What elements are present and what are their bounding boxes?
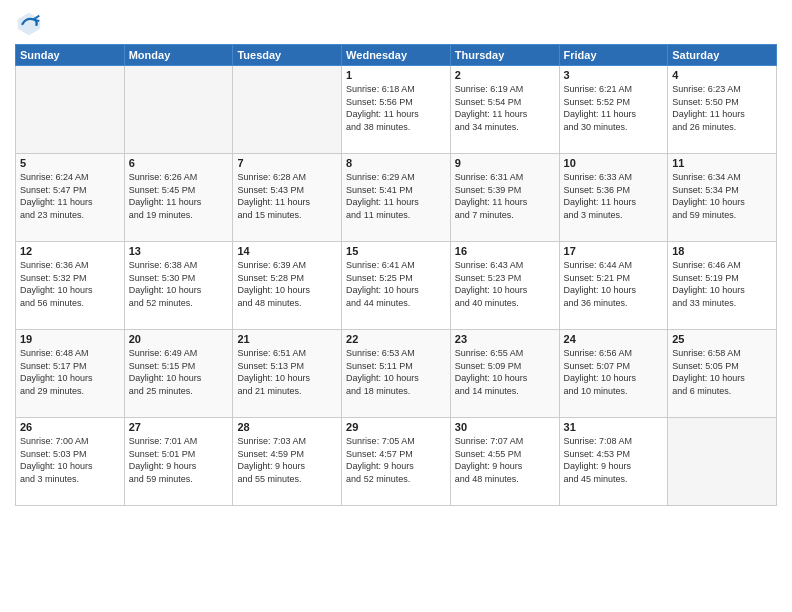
day-info: Sunrise: 6:55 AM Sunset: 5:09 PM Dayligh… [455,347,555,397]
day-number: 9 [455,157,555,169]
calendar-cell: 8Sunrise: 6:29 AM Sunset: 5:41 PM Daylig… [342,154,451,242]
calendar-cell: 4Sunrise: 6:23 AM Sunset: 5:50 PM Daylig… [668,66,777,154]
page: SundayMondayTuesdayWednesdayThursdayFrid… [0,0,792,612]
day-info: Sunrise: 7:00 AM Sunset: 5:03 PM Dayligh… [20,435,120,485]
calendar-cell [668,418,777,506]
calendar-cell: 30Sunrise: 7:07 AM Sunset: 4:55 PM Dayli… [450,418,559,506]
calendar-week-2: 5Sunrise: 6:24 AM Sunset: 5:47 PM Daylig… [16,154,777,242]
calendar-cell: 3Sunrise: 6:21 AM Sunset: 5:52 PM Daylig… [559,66,668,154]
weekday-header-sunday: Sunday [16,45,125,66]
day-info: Sunrise: 6:29 AM Sunset: 5:41 PM Dayligh… [346,171,446,221]
day-number: 27 [129,421,229,433]
calendar-header-row: SundayMondayTuesdayWednesdayThursdayFrid… [16,45,777,66]
calendar-cell: 7Sunrise: 6:28 AM Sunset: 5:43 PM Daylig… [233,154,342,242]
day-info: Sunrise: 6:51 AM Sunset: 5:13 PM Dayligh… [237,347,337,397]
calendar-cell: 15Sunrise: 6:41 AM Sunset: 5:25 PM Dayli… [342,242,451,330]
calendar-cell: 23Sunrise: 6:55 AM Sunset: 5:09 PM Dayli… [450,330,559,418]
logo [15,10,47,38]
calendar-cell: 19Sunrise: 6:48 AM Sunset: 5:17 PM Dayli… [16,330,125,418]
day-info: Sunrise: 6:33 AM Sunset: 5:36 PM Dayligh… [564,171,664,221]
calendar-cell: 14Sunrise: 6:39 AM Sunset: 5:28 PM Dayli… [233,242,342,330]
calendar-cell: 6Sunrise: 6:26 AM Sunset: 5:45 PM Daylig… [124,154,233,242]
day-number: 25 [672,333,772,345]
day-number: 29 [346,421,446,433]
day-info: Sunrise: 6:53 AM Sunset: 5:11 PM Dayligh… [346,347,446,397]
day-number: 7 [237,157,337,169]
day-info: Sunrise: 6:44 AM Sunset: 5:21 PM Dayligh… [564,259,664,309]
day-info: Sunrise: 6:34 AM Sunset: 5:34 PM Dayligh… [672,171,772,221]
day-number: 18 [672,245,772,257]
day-info: Sunrise: 6:28 AM Sunset: 5:43 PM Dayligh… [237,171,337,221]
day-number: 10 [564,157,664,169]
calendar-week-5: 26Sunrise: 7:00 AM Sunset: 5:03 PM Dayli… [16,418,777,506]
weekday-header-thursday: Thursday [450,45,559,66]
day-info: Sunrise: 6:43 AM Sunset: 5:23 PM Dayligh… [455,259,555,309]
day-number: 15 [346,245,446,257]
day-number: 8 [346,157,446,169]
day-info: Sunrise: 6:46 AM Sunset: 5:19 PM Dayligh… [672,259,772,309]
calendar-cell: 24Sunrise: 6:56 AM Sunset: 5:07 PM Dayli… [559,330,668,418]
day-info: Sunrise: 7:03 AM Sunset: 4:59 PM Dayligh… [237,435,337,485]
day-number: 5 [20,157,120,169]
calendar-cell: 20Sunrise: 6:49 AM Sunset: 5:15 PM Dayli… [124,330,233,418]
day-info: Sunrise: 6:24 AM Sunset: 5:47 PM Dayligh… [20,171,120,221]
calendar-cell: 31Sunrise: 7:08 AM Sunset: 4:53 PM Dayli… [559,418,668,506]
day-info: Sunrise: 7:07 AM Sunset: 4:55 PM Dayligh… [455,435,555,485]
day-number: 12 [20,245,120,257]
calendar-cell [124,66,233,154]
calendar-cell: 29Sunrise: 7:05 AM Sunset: 4:57 PM Dayli… [342,418,451,506]
calendar-cell: 22Sunrise: 6:53 AM Sunset: 5:11 PM Dayli… [342,330,451,418]
calendar-cell: 11Sunrise: 6:34 AM Sunset: 5:34 PM Dayli… [668,154,777,242]
weekday-header-tuesday: Tuesday [233,45,342,66]
day-number: 20 [129,333,229,345]
day-number: 28 [237,421,337,433]
calendar-cell: 27Sunrise: 7:01 AM Sunset: 5:01 PM Dayli… [124,418,233,506]
calendar-cell: 5Sunrise: 6:24 AM Sunset: 5:47 PM Daylig… [16,154,125,242]
calendar-cell [233,66,342,154]
logo-icon [15,10,43,38]
day-info: Sunrise: 6:38 AM Sunset: 5:30 PM Dayligh… [129,259,229,309]
day-number: 22 [346,333,446,345]
calendar-cell: 21Sunrise: 6:51 AM Sunset: 5:13 PM Dayli… [233,330,342,418]
day-number: 24 [564,333,664,345]
day-number: 3 [564,69,664,81]
day-number: 23 [455,333,555,345]
calendar-table: SundayMondayTuesdayWednesdayThursdayFrid… [15,44,777,506]
calendar-cell: 12Sunrise: 6:36 AM Sunset: 5:32 PM Dayli… [16,242,125,330]
day-number: 6 [129,157,229,169]
day-info: Sunrise: 6:31 AM Sunset: 5:39 PM Dayligh… [455,171,555,221]
day-info: Sunrise: 6:18 AM Sunset: 5:56 PM Dayligh… [346,83,446,133]
calendar-cell: 2Sunrise: 6:19 AM Sunset: 5:54 PM Daylig… [450,66,559,154]
day-info: Sunrise: 6:21 AM Sunset: 5:52 PM Dayligh… [564,83,664,133]
calendar-cell: 17Sunrise: 6:44 AM Sunset: 5:21 PM Dayli… [559,242,668,330]
day-number: 13 [129,245,229,257]
calendar-cell: 25Sunrise: 6:58 AM Sunset: 5:05 PM Dayli… [668,330,777,418]
calendar-cell: 18Sunrise: 6:46 AM Sunset: 5:19 PM Dayli… [668,242,777,330]
calendar-cell: 13Sunrise: 6:38 AM Sunset: 5:30 PM Dayli… [124,242,233,330]
calendar-cell: 1Sunrise: 6:18 AM Sunset: 5:56 PM Daylig… [342,66,451,154]
weekday-header-wednesday: Wednesday [342,45,451,66]
day-info: Sunrise: 6:23 AM Sunset: 5:50 PM Dayligh… [672,83,772,133]
day-number: 14 [237,245,337,257]
calendar-week-3: 12Sunrise: 6:36 AM Sunset: 5:32 PM Dayli… [16,242,777,330]
day-info: Sunrise: 6:56 AM Sunset: 5:07 PM Dayligh… [564,347,664,397]
day-info: Sunrise: 7:05 AM Sunset: 4:57 PM Dayligh… [346,435,446,485]
day-number: 30 [455,421,555,433]
day-info: Sunrise: 6:41 AM Sunset: 5:25 PM Dayligh… [346,259,446,309]
calendar-cell: 28Sunrise: 7:03 AM Sunset: 4:59 PM Dayli… [233,418,342,506]
day-info: Sunrise: 6:49 AM Sunset: 5:15 PM Dayligh… [129,347,229,397]
day-info: Sunrise: 6:26 AM Sunset: 5:45 PM Dayligh… [129,171,229,221]
day-number: 19 [20,333,120,345]
calendar-cell [16,66,125,154]
weekday-header-monday: Monday [124,45,233,66]
weekday-header-friday: Friday [559,45,668,66]
calendar-cell: 26Sunrise: 7:00 AM Sunset: 5:03 PM Dayli… [16,418,125,506]
day-info: Sunrise: 7:08 AM Sunset: 4:53 PM Dayligh… [564,435,664,485]
day-info: Sunrise: 6:36 AM Sunset: 5:32 PM Dayligh… [20,259,120,309]
day-number: 4 [672,69,772,81]
day-number: 31 [564,421,664,433]
day-number: 16 [455,245,555,257]
day-number: 11 [672,157,772,169]
day-number: 17 [564,245,664,257]
day-info: Sunrise: 6:48 AM Sunset: 5:17 PM Dayligh… [20,347,120,397]
